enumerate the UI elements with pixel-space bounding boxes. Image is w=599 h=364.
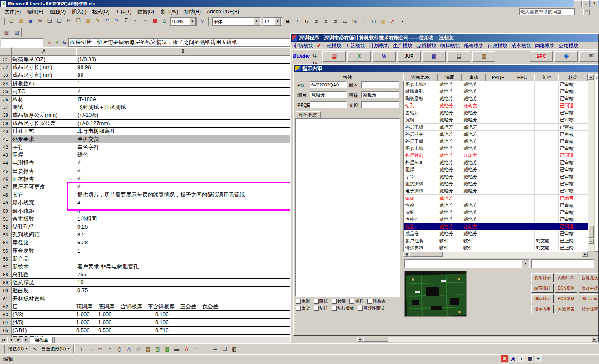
format-painter-icon[interactable]: ✎ [93, 16, 102, 25]
cell-label[interactable]: 拼板数su [12, 80, 76, 88]
cell-label[interactable]: 板材 [12, 96, 76, 103]
percent-icon[interactable]: % [350, 17, 359, 26]
row-header[interactable]: 45 [0, 167, 12, 175]
module-item[interactable]: 物料模块 [440, 42, 460, 49]
line-color-icon[interactable]: ▬ [172, 345, 181, 353]
row-header[interactable]: 41 [0, 135, 12, 143]
cell-label[interactable]: 字符 [12, 143, 76, 151]
row-header[interactable]: 32 [0, 64, 12, 71]
process-row[interactable]: 沉铜臧艳芳臧艳芳已审核 [404, 116, 588, 123]
module-item[interactable]: 行政模块 [488, 42, 507, 49]
borders-icon[interactable]: ⊞ [369, 17, 378, 26]
process-row[interactable]: 终检臧艳芳臧艳芳已审核 [404, 202, 588, 209]
module-item[interactable]: 生产模块 [393, 42, 413, 49]
drawbar-handle[interactable] [2, 345, 5, 353]
process-row[interactable]: 钻孔臧艳芳汪朝文已回退 [404, 102, 588, 109]
cell-value[interactable]: IT-180A [76, 96, 290, 103]
autosum-icon[interactable]: Σ [122, 16, 131, 25]
cell-label[interactable]: 过孔工艺 [12, 128, 76, 135]
row-header[interactable]: 42 [0, 143, 12, 151]
fill-color-icon[interactable]: ▨ [379, 17, 388, 26]
textbox-icon[interactable]: ▯ [115, 345, 124, 353]
maximize-button[interactable]: □ [582, 0, 590, 7]
builder-button[interactable]: Builder [292, 52, 310, 61]
cell-value[interactable]: 0.25 [76, 223, 290, 231]
module-item[interactable]: 计划模块 [369, 42, 389, 49]
cell-value[interactable]: 1.0001.0000.100 [76, 311, 290, 319]
erp-action-button[interactable]: 风险警告 [555, 305, 577, 313]
remark-dropdown-icon[interactable]: ▼ [522, 260, 529, 268]
rectangle-icon[interactable]: ▭ [96, 345, 104, 353]
cell-value[interactable]: 89 [76, 71, 290, 79]
select-objects-icon[interactable]: ↖ [30, 345, 39, 353]
arrow-icon[interactable]: → [86, 345, 95, 353]
cell-label[interactable]: 电测报告 [12, 159, 76, 167]
process-row[interactable]: 铣板臧艳芳已编写 [404, 195, 588, 202]
process-row[interactable]: 成品仓臧艳芳臧艳芳已审核 [404, 230, 588, 237]
cell-label[interactable]: 测试 [12, 103, 76, 111]
cell-value[interactable] [76, 255, 290, 263]
process-row[interactable]: 字符臧艳芳臧艳芳已审核 [404, 173, 588, 180]
process-row[interactable]: 外层电镀臧艳芳臧艳芳已审核 [404, 124, 588, 131]
diagram-icon[interactable]: ◇ [134, 345, 143, 353]
font-name-combobox[interactable]: 宋体 ▼ [212, 17, 261, 26]
process-row[interactable]: 电子测试臧艳芳臧艳芳已审核 [404, 187, 588, 194]
cell-value[interactable]: 0.5000.5000.710 [76, 327, 290, 334]
cell-label[interactable]: 阻焊 [12, 151, 76, 159]
cancel-icon[interactable]: × [46, 39, 53, 46]
erp-scroll-left-icon[interactable]: ◀ [357, 337, 363, 342]
comma-style-icon[interactable]: , [360, 17, 369, 26]
font-color-icon[interactable]: A [389, 17, 397, 26]
scroll-down-icon[interactable]: ▼ [588, 239, 594, 244]
custom-sheet-icon[interactable]: ▧ [12, 28, 22, 37]
redo-icon[interactable]: ↷ [112, 16, 121, 25]
module-item[interactable]: 网络模块 [535, 42, 555, 49]
cell-value[interactable]: 10 [76, 279, 290, 287]
cell-value[interactable]: 0.75 [76, 287, 290, 295]
remark-combobox[interactable]: ▼ [404, 259, 530, 268]
menu-item[interactable]: Adobe PDF(B) [204, 8, 242, 15]
scroll-right-icon[interactable]: ▶ [582, 252, 588, 257]
process-row[interactable]: 沉银臧艳芳臧艳芳已审核 [404, 209, 588, 216]
module-item[interactable]: 工艺模块 [345, 42, 365, 49]
cell-label[interactable]: 新产品 [12, 255, 76, 263]
print-icon[interactable]: ▤ [45, 16, 54, 25]
underline-icon[interactable]: U [302, 17, 311, 26]
row-header[interactable]: 34 [0, 80, 12, 88]
chart-wizard-icon[interactable]: ▆ [151, 16, 159, 25]
erp-action-button[interactable]: 修改申请 [579, 284, 599, 293]
font-size-dropdown-icon[interactable]: ▼ [275, 18, 281, 25]
cell-value[interactable]: 1 [76, 247, 290, 255]
cell-label[interactable]: 开料板材资料 [12, 295, 76, 303]
cell-value[interactable]: √ [76, 167, 290, 175]
font-color-icon[interactable]: A [182, 345, 191, 353]
cell-value[interactable]: 客户要求-非导电树脂塞孔 [76, 263, 290, 271]
cell-value[interactable]: (+/-0.127mm) [76, 120, 290, 128]
module-item[interactable]: 公用模块 [559, 42, 579, 49]
mail-icon[interactable]: ✉ [36, 16, 45, 25]
save-icon[interactable]: ▣ [26, 16, 35, 25]
first-sheet-icon[interactable]: |◀ [0, 337, 7, 343]
process-row[interactable]: 外层干膜臧艳芳臧艳芳已审核 [404, 138, 588, 145]
row-header[interactable]: 38 [0, 111, 12, 119]
cell-label[interactable]: 翘曲度 [12, 287, 76, 295]
process-row[interactable]: 阻焊臧艳芳臧艳芳已审核 [404, 166, 588, 173]
shadow-icon[interactable]: ❏ [220, 345, 229, 353]
windows-icon[interactable]: ▩ [422, 51, 446, 62]
printer-icon[interactable]: ▤ [447, 51, 470, 62]
cell-value[interactable]: √ [76, 88, 290, 96]
arrow-style-icon[interactable]: ⇒ [210, 345, 219, 353]
writer-input[interactable] [310, 91, 347, 98]
cell-label[interactable]: 高TG [12, 88, 76, 96]
vertical-scroll-thumb[interactable] [588, 226, 594, 238]
cell-label[interactable]: 成品尺寸宽(mm) [12, 71, 76, 79]
column-header-a[interactable]: A [12, 47, 76, 56]
erp-action-button[interactable]: 盲埋孔板 [579, 273, 599, 282]
paste-icon[interactable]: ▦ [84, 16, 92, 25]
insert-function-icon[interactable]: fx [61, 39, 68, 46]
row-header[interactable]: 39 [0, 120, 12, 128]
cell-value[interactable]: 98.98 [76, 64, 290, 71]
help-input[interactable] [519, 8, 575, 15]
module-item[interactable]: 维修模块 [464, 42, 484, 49]
erp-action-button[interactable]: ECN审核 [555, 294, 577, 303]
